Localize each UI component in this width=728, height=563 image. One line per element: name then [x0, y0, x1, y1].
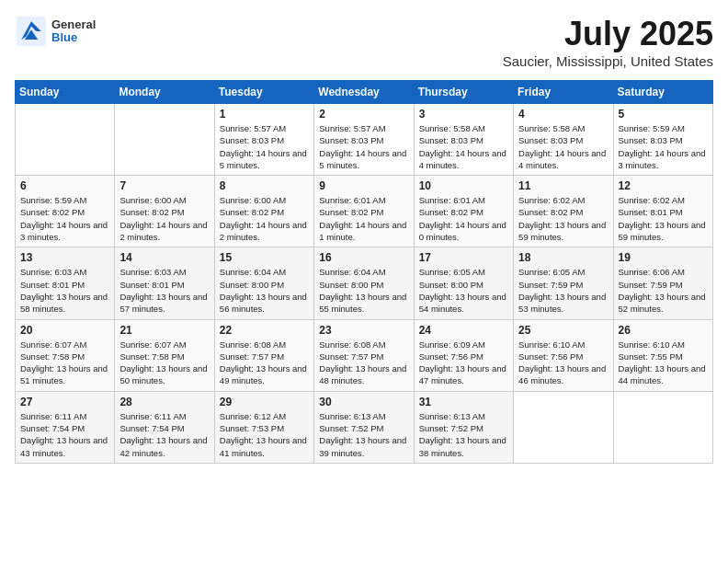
- day-number: 23: [319, 324, 408, 337]
- day-info: Sunrise: 5:59 AM Sunset: 8:02 PM Dayligh…: [20, 194, 109, 243]
- day-number: 21: [119, 324, 209, 337]
- day-number: 14: [119, 251, 209, 264]
- day-info: Sunrise: 6:12 AM Sunset: 7:53 PM Dayligh…: [220, 410, 309, 459]
- day-info: Sunrise: 6:08 AM Sunset: 7:57 PM Dayligh…: [220, 339, 309, 387]
- header-friday: Friday: [514, 81, 613, 104]
- calendar-cell: 30Sunrise: 6:13 AM Sunset: 7:52 PM Dayli…: [314, 391, 414, 463]
- day-number: 24: [419, 324, 508, 337]
- day-info: Sunrise: 6:00 AM Sunset: 8:02 PM Dayligh…: [119, 194, 209, 243]
- calendar-cell: 22Sunrise: 6:08 AM Sunset: 7:57 PM Dayli…: [214, 319, 313, 391]
- logo-blue-text: Blue: [51, 31, 96, 44]
- day-number: 10: [419, 179, 508, 192]
- day-number: 31: [419, 396, 508, 408]
- calendar-week-4: 20Sunrise: 6:07 AM Sunset: 7:58 PM Dayli…: [16, 319, 713, 391]
- day-info: Sunrise: 6:02 AM Sunset: 8:01 PM Dayligh…: [619, 194, 708, 243]
- header-thursday: Thursday: [414, 81, 513, 104]
- calendar-cell: 23Sunrise: 6:08 AM Sunset: 7:57 PM Dayli…: [314, 319, 414, 391]
- day-info: Sunrise: 6:11 AM Sunset: 7:54 PM Dayligh…: [20, 410, 109, 459]
- day-number: 25: [518, 324, 608, 337]
- day-number: 22: [220, 324, 309, 337]
- day-info: Sunrise: 6:00 AM Sunset: 8:02 PM Dayligh…: [220, 194, 309, 243]
- day-number: 15: [220, 251, 309, 264]
- day-info: Sunrise: 6:09 AM Sunset: 7:56 PM Dayligh…: [419, 339, 508, 387]
- day-info: Sunrise: 6:01 AM Sunset: 8:02 PM Dayligh…: [319, 194, 408, 243]
- logo-general-text: General: [51, 18, 96, 31]
- calendar-cell: 19Sunrise: 6:06 AM Sunset: 7:59 PM Dayli…: [613, 247, 712, 319]
- calendar-week-5: 27Sunrise: 6:11 AM Sunset: 7:54 PM Dayli…: [16, 391, 713, 463]
- day-info: Sunrise: 6:01 AM Sunset: 8:02 PM Dayligh…: [419, 194, 508, 243]
- calendar-cell: 12Sunrise: 6:02 AM Sunset: 8:01 PM Dayli…: [613, 176, 712, 247]
- calendar-week-2: 6Sunrise: 5:59 AM Sunset: 8:02 PM Daylig…: [16, 176, 713, 247]
- day-info: Sunrise: 5:57 AM Sunset: 8:03 PM Dayligh…: [319, 122, 408, 171]
- day-info: Sunrise: 5:58 AM Sunset: 8:03 PM Dayligh…: [419, 122, 508, 171]
- header-sunday: Sunday: [16, 81, 115, 104]
- logo: General Blue: [15, 15, 96, 48]
- day-info: Sunrise: 6:02 AM Sunset: 8:02 PM Dayligh…: [518, 194, 608, 243]
- calendar-week-1: 1Sunrise: 5:57 AM Sunset: 8:03 PM Daylig…: [16, 104, 713, 176]
- calendar-cell: 29Sunrise: 6:12 AM Sunset: 7:53 PM Dayli…: [214, 391, 313, 463]
- header-tuesday: Tuesday: [214, 81, 313, 104]
- day-info: Sunrise: 6:13 AM Sunset: 7:52 PM Dayligh…: [319, 410, 408, 459]
- calendar-cell: 24Sunrise: 6:09 AM Sunset: 7:56 PM Dayli…: [414, 319, 513, 391]
- calendar-cell: 7Sunrise: 6:00 AM Sunset: 8:02 PM Daylig…: [115, 176, 214, 247]
- calendar-cell: 1Sunrise: 5:57 AM Sunset: 8:03 PM Daylig…: [214, 104, 313, 176]
- day-info: Sunrise: 5:59 AM Sunset: 8:03 PM Dayligh…: [619, 122, 708, 171]
- calendar-cell: 13Sunrise: 6:03 AM Sunset: 8:01 PM Dayli…: [16, 247, 115, 319]
- day-number: 8: [220, 179, 309, 192]
- day-number: 7: [119, 179, 209, 192]
- day-info: Sunrise: 6:07 AM Sunset: 7:58 PM Dayligh…: [119, 339, 209, 387]
- day-info: Sunrise: 6:04 AM Sunset: 8:00 PM Dayligh…: [319, 266, 408, 315]
- header-wednesday: Wednesday: [314, 81, 414, 104]
- day-number: 30: [319, 396, 408, 408]
- calendar-cell: 31Sunrise: 6:13 AM Sunset: 7:52 PM Dayli…: [414, 391, 513, 463]
- header-monday: Monday: [115, 81, 214, 104]
- day-info: Sunrise: 6:08 AM Sunset: 7:57 PM Dayligh…: [319, 339, 408, 387]
- day-info: Sunrise: 6:03 AM Sunset: 8:01 PM Dayligh…: [119, 266, 209, 315]
- day-number: 3: [419, 108, 508, 121]
- calendar-location: Saucier, Mississippi, United States: [503, 53, 713, 69]
- day-info: Sunrise: 6:10 AM Sunset: 7:55 PM Dayligh…: [619, 339, 708, 387]
- day-number: 13: [20, 251, 109, 264]
- calendar-cell: 14Sunrise: 6:03 AM Sunset: 8:01 PM Dayli…: [115, 247, 214, 319]
- day-number: 18: [518, 251, 608, 264]
- calendar-cell: 4Sunrise: 5:58 AM Sunset: 8:03 PM Daylig…: [514, 104, 613, 176]
- day-info: Sunrise: 6:10 AM Sunset: 7:56 PM Dayligh…: [518, 339, 608, 387]
- calendar-cell: 2Sunrise: 5:57 AM Sunset: 8:03 PM Daylig…: [314, 104, 414, 176]
- calendar-cell: 21Sunrise: 6:07 AM Sunset: 7:58 PM Dayli…: [115, 319, 214, 391]
- calendar-header-row: Sunday Monday Tuesday Wednesday Thursday…: [16, 81, 713, 104]
- day-number: 16: [319, 251, 408, 264]
- day-info: Sunrise: 6:04 AM Sunset: 8:00 PM Dayligh…: [220, 266, 309, 315]
- calendar-cell: 18Sunrise: 6:05 AM Sunset: 7:59 PM Dayli…: [514, 247, 613, 319]
- day-number: 9: [319, 179, 408, 192]
- day-number: 28: [119, 396, 209, 408]
- calendar-cell: [115, 104, 214, 176]
- day-number: 2: [319, 108, 408, 121]
- calendar-cell: 20Sunrise: 6:07 AM Sunset: 7:58 PM Dayli…: [16, 319, 115, 391]
- calendar-cell: [613, 391, 712, 463]
- calendar-cell: 28Sunrise: 6:11 AM Sunset: 7:54 PM Dayli…: [115, 391, 214, 463]
- calendar-cell: 11Sunrise: 6:02 AM Sunset: 8:02 PM Dayli…: [514, 176, 613, 247]
- calendar-week-3: 13Sunrise: 6:03 AM Sunset: 8:01 PM Dayli…: [16, 247, 713, 319]
- page-header: General Blue July 2025 Saucier, Mississi…: [15, 15, 713, 69]
- day-info: Sunrise: 6:07 AM Sunset: 7:58 PM Dayligh…: [20, 339, 109, 387]
- calendar-cell: 16Sunrise: 6:04 AM Sunset: 8:00 PM Dayli…: [314, 247, 414, 319]
- calendar-cell: [16, 104, 115, 176]
- logo-icon: [15, 15, 48, 48]
- day-number: 1: [220, 108, 309, 121]
- day-info: Sunrise: 5:57 AM Sunset: 8:03 PM Dayligh…: [220, 122, 309, 171]
- calendar-title: July 2025: [503, 15, 713, 53]
- calendar-cell: 27Sunrise: 6:11 AM Sunset: 7:54 PM Dayli…: [16, 391, 115, 463]
- calendar-cell: 5Sunrise: 5:59 AM Sunset: 8:03 PM Daylig…: [613, 104, 712, 176]
- day-number: 11: [518, 179, 608, 192]
- day-number: 4: [518, 108, 608, 121]
- title-block: July 2025 Saucier, Mississippi, United S…: [503, 15, 713, 69]
- calendar-cell: 25Sunrise: 6:10 AM Sunset: 7:56 PM Dayli…: [514, 319, 613, 391]
- day-info: Sunrise: 5:58 AM Sunset: 8:03 PM Dayligh…: [518, 122, 608, 171]
- calendar-cell: 17Sunrise: 6:05 AM Sunset: 8:00 PM Dayli…: [414, 247, 513, 319]
- day-number: 20: [20, 324, 109, 337]
- day-number: 29: [220, 396, 309, 408]
- day-number: 5: [619, 108, 708, 121]
- day-number: 12: [619, 179, 708, 192]
- day-number: 17: [419, 251, 508, 264]
- calendar-cell: 9Sunrise: 6:01 AM Sunset: 8:02 PM Daylig…: [314, 176, 414, 247]
